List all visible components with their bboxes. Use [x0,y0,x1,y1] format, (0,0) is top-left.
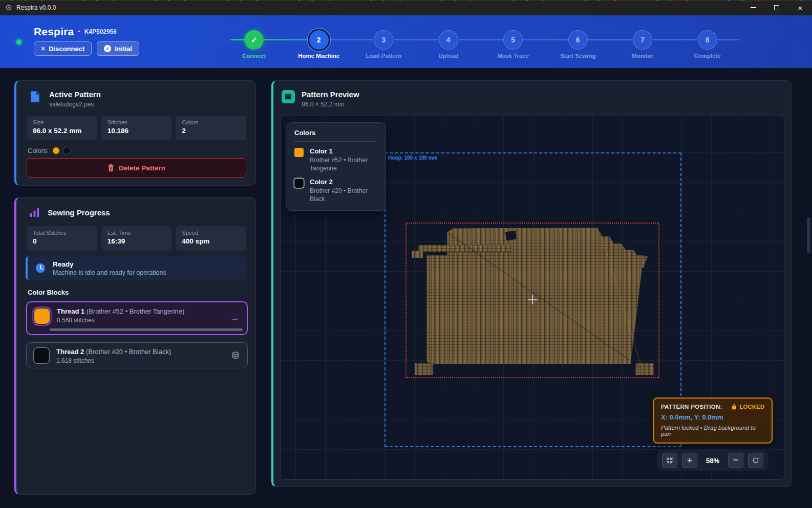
x-icon: × [41,45,45,53]
legend-color-desc: Brother #20 • Brother Black [310,187,377,203]
reset-view-button[interactable] [748,453,763,468]
close-button[interactable]: × [788,0,812,15]
thread-detail: (Brother #20 • Brother Black) [86,348,171,356]
zoom-controls: + 58% − [657,450,768,471]
fit-to-screen-button[interactable] [662,453,677,468]
thread-stitch-count: 1.618 stitches [56,357,224,364]
pattern-coordinates: X: 0.0mm, Y: 0.0mm [661,413,764,421]
thread-name: Thread 2 [56,348,84,356]
step-number: 3 [374,30,393,50]
stat-colors: Colors 2 [176,116,246,140]
locked-label: LOCKED [739,404,764,410]
stat-value: 2 [182,127,240,135]
color-blocks-heading: Color Blocks [28,289,69,296]
step-number: 6 [568,30,588,50]
thread-2-swatch [34,348,49,363]
app-name: Respira [34,26,74,38]
status-title: Ready [53,260,166,268]
color-dot-black [63,147,70,154]
zoom-out-button[interactable]: − [728,453,743,468]
file-icon [29,90,42,108]
center-crosshair [528,295,537,304]
step-mask-trace[interactable]: 5 Mask Trace [481,28,546,64]
pattern-filename: valetudogv2.pes [49,101,101,108]
delete-pattern-button[interactable]: Delete Pattern [27,158,246,178]
thread-1-swatch [34,308,50,324]
minus-icon: − [733,455,738,466]
zoom-in-button[interactable]: + [682,453,697,468]
step-home-machine[interactable]: 2 Home Machine [287,28,352,64]
app-header: Respira • K4P502956 × Disconnect ✓ Initi… [0,15,812,68]
app-icon [5,4,12,11]
initial-button[interactable]: ✓ Initial [97,41,139,56]
colors-legend-panel: Colors Color 1 Brother #52 • Brother Tan… [286,122,386,211]
step-connector [394,39,439,40]
thread-1-row[interactable]: Thread 1 (Brother #52 • Brother Tangerin… [26,301,248,335]
maximize-button[interactable] [765,0,788,15]
step-number: 4 [439,30,458,50]
step-load-pattern[interactable]: 3 Load Pattern [351,28,416,64]
clock-icon [35,262,46,274]
step-number: 5 [503,30,523,50]
step-complete[interactable]: 8 Complete [675,28,740,64]
step-connector [264,39,309,40]
step-number: 7 [633,30,652,50]
close-icon: × [798,4,803,12]
sewing-progress-title: Sewing Progress [48,208,110,217]
preview-canvas[interactable]: Colors Color 1 Brother #52 • Brother Tan… [280,116,784,480]
step-number: 8 [698,30,717,50]
step-upload[interactable]: 4 Upload [416,28,481,64]
step-label: Home Machine [298,53,339,59]
step-connector [523,39,568,40]
thread-stitch-count: 8.568 stitches [57,317,223,324]
stat-value: 16:39 [108,237,166,245]
pattern-preview-card: Pattern Preview 86.0 × 52.2 mm Colors Co… [271,80,792,487]
separator-bullet: • [78,28,80,35]
stat-stitches: Stitches 10.186 [101,116,172,140]
step-start-sewing[interactable]: 6 Start Sewing [546,28,611,64]
legend-swatch-orange [294,148,304,157]
stat-value: 400 spm [182,237,240,245]
sewing-progress-card: Sewing Progress Total Stitches 0 Est. Ti… [14,197,256,495]
step-connector [588,39,633,40]
step-label: Complete [694,53,721,59]
plus-icon: + [687,455,692,466]
stat-label: Colors [182,119,240,125]
step-connect[interactable]: ✓ Connect [222,28,287,64]
screen-edge-artifacts [0,0,812,1]
legend-title: Colors [294,129,377,142]
preview-title: Pattern Preview [302,90,359,99]
connection-status-dot [16,39,22,45]
window-title: Respira v0.0.0 [16,4,56,11]
layers-icon [231,351,240,360]
zoom-level: 58% [702,457,723,465]
thread-2-row[interactable]: Thread 2 (Brother #20 • Brother Black) 1… [26,342,248,368]
stat-est-time: Est. Time 16:39 [101,226,172,251]
initial-label: Initial [115,45,132,53]
stat-value: 86.0 x 52.2 mm [33,127,91,135]
minimize-icon [751,7,756,8]
minimize-button[interactable] [741,0,765,15]
step-label: Monitor [632,53,653,59]
legend-swatch-black [294,179,304,188]
status-description: Machine is idle and ready for operations [53,269,166,276]
window-titlebar: Respira v0.0.0 × [0,0,812,15]
window-scrollbar-thumb[interactable] [807,217,810,253]
legend-color-name: Color 2 [310,178,377,186]
stat-label: Est. Time [108,230,166,236]
bar-chart-icon [29,207,40,218]
disconnect-button[interactable]: × Disconnect [34,41,92,56]
machine-status-box: Ready Machine is idle and ready for oper… [26,256,246,280]
lock-icon [732,404,737,410]
step-label: Load Pattern [366,53,401,59]
stat-label: Speed [182,230,240,236]
stat-speed: Speed 400 spm [176,226,246,251]
trash-icon [108,164,114,171]
active-pattern-title: Active Pattern [49,90,101,99]
pattern-position-overlay: PATTERN POSITION: LOCKED X: 0.0mm, Y: 0.… [653,397,773,444]
step-monitor[interactable]: 7 Monitor [610,28,675,64]
step-connector [458,39,503,40]
legend-item-color2: Color 2 Brother #20 • Brother Black [294,178,377,203]
legend-item-color1: Color 1 Brother #52 • Brother Tangerine [294,147,377,172]
step-connector [329,39,374,40]
